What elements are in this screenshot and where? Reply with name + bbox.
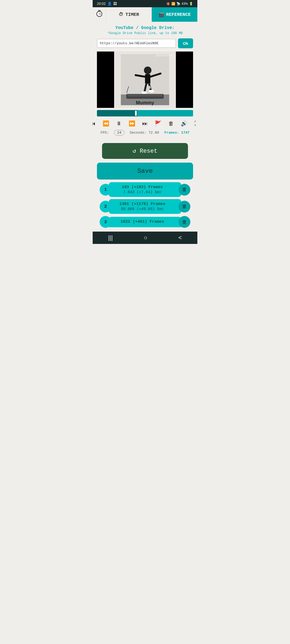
lap-body-1[interactable]: 183 (+183) Frames 7.643 (+7.64) Sec [109,182,181,197]
reference-tab-label: REFERENCE [166,12,191,17]
lap-number-1: 1 [100,184,111,196]
status-bar: 20:02 👤 🖼 🔇 📶 📡 43% 🔋 [93,0,197,7]
wifi-icon: 📶 [171,2,175,6]
timer-tab-label: TIMER [125,12,139,17]
lap-item: 1 183 (+183) Frames 7.643 (+7.64) Sec 🗑 [97,182,193,197]
seek-handle [135,111,137,116]
nav-menu-button[interactable]: ||| [108,234,113,241]
svg-rect-10 [145,74,150,84]
svg-point-9 [144,67,151,74]
status-right: 🔇 📶 📡 43% 🔋 [166,2,193,6]
lap-number-3: 3 [100,216,111,228]
flag-button[interactable]: 🚩 [154,119,162,128]
volume-button[interactable]: 🔊 [180,119,189,128]
app-logo [93,7,106,22]
video-caption: Mummy [114,100,176,106]
lap-number-2: 2 [100,201,111,213]
lap-body-2[interactable]: 1361 (+1178) Frames 56.689 (+49.05) Sec [109,199,181,214]
lap-3-frames: 1822 (+461) Frames [121,219,164,224]
tab-bar: ⏱ TIMER 🎬 REFERENCE [93,7,197,22]
reset-button[interactable]: ↺ Reset [102,143,188,159]
fullscreen-button[interactable]: ⛶ [193,119,197,128]
controls-row: ⏮ ⏪ ⏸ ⏩ ⏭ 🚩 🗑 🔊 ⛶ [97,119,193,128]
fast-forward-button[interactable]: ⏩ [128,119,136,128]
lap-item: 3 1822 (+461) Frames 🗑 [97,216,193,228]
info-row: FPS: 24 Seconds: 72.80 Frames: 1747 [97,130,193,136]
fps-value: 24 [114,130,124,136]
video-figure [121,54,169,105]
save-button[interactable]: Save [97,163,193,180]
svg-rect-8 [128,94,162,97]
url-input[interactable] [97,39,176,48]
lap-1-delete-button[interactable]: 🗑 [179,184,190,196]
status-icon-image: 🖼 [113,2,117,6]
lap-1-frames: 183 (+183) Frames [122,185,163,189]
skip-back-button[interactable]: ⏮ [93,119,97,128]
seek-bar[interactable] [97,110,193,116]
seconds-value: 72.80 [148,131,159,135]
lap-item: 2 1361 (+1178) Frames 56.689 (+49.05) Se… [97,199,193,214]
tab-timer[interactable]: ⏱ TIMER [106,7,152,22]
seek-played [97,110,137,116]
video-watermark: @kevinbparry [155,54,174,57]
main-content: YouTube / Google Drive: *Google Drive Pu… [93,22,197,138]
lap-body-3[interactable]: 1822 (+461) Frames [109,217,181,227]
logo-icon [95,10,104,19]
frames-label: Frames: 1747 [164,131,190,135]
lap-3-delete-icon: 🗑 [182,219,187,225]
lap-1-delete-icon: 🗑 [182,187,187,192]
timer-tab-icon: ⏱ [119,12,123,17]
tab-reference[interactable]: 🎬 REFERENCE [152,7,197,22]
svg-point-16 [149,90,154,93]
bottom-nav: ||| ○ < [93,232,197,244]
status-left: 20:02 👤 🖼 [97,2,117,6]
skip-forward-button[interactable]: ⏭ [141,119,149,128]
frames-value: 1747 [181,131,190,135]
section-subtitle: *Google Drive Public link, up to 100 MB [97,31,193,35]
status-time: 20:02 [97,2,106,6]
nav-home-button[interactable]: ○ [144,234,147,241]
delete-button[interactable]: 🗑 [167,119,175,128]
seconds-label: Seconds: 72.80 [130,131,159,135]
signal-icon: 📡 [176,2,180,6]
lap-1-secs: 7.643 (+7.64) Sec [123,190,162,194]
fps-label: FPS: [100,131,109,135]
video-inner: @kevinbparry [114,52,176,108]
video-player: @kevinbparry [97,52,193,108]
lap-2-delete-icon: 🗑 [182,204,187,209]
reference-tab-icon: 🎬 [158,12,164,17]
lap-list: 1 183 (+183) Frames 7.643 (+7.64) Sec 🗑 … [93,182,197,228]
status-icon-person: 👤 [107,2,112,6]
svg-point-15 [142,91,147,94]
lap-2-secs: 56.689 (+49.05) Sec [121,207,164,211]
ok-button[interactable]: Ok [178,38,193,48]
lap-3-delete-button[interactable]: 🗑 [179,216,190,228]
rewind-button[interactable]: ⏪ [102,119,110,128]
lap-2-delete-button[interactable]: 🗑 [179,201,190,213]
url-row: Ok [97,38,193,48]
section-title: YouTube / Google Drive: [97,25,193,30]
battery-percent: 43% [182,2,188,6]
mute-icon: 🔇 [166,2,170,6]
nav-back-button[interactable]: < [178,234,182,241]
battery-icon: 🔋 [189,2,193,6]
pause-button[interactable]: ⏸ [115,119,123,128]
lap-2-frames: 1361 (+1178) Frames [119,202,165,206]
